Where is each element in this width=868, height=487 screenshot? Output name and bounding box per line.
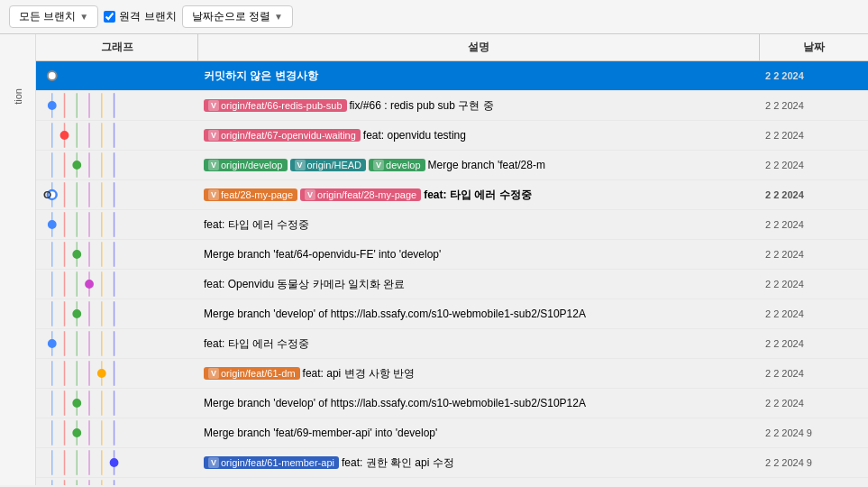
graph-cell [36, 418, 198, 447]
commit-date: 2 2 2024 [760, 187, 868, 203]
remote-branch-checkbox[interactable] [104, 11, 115, 23]
table-row[interactable]: feat: 타입 에러 수정중2 2 2024 [36, 210, 868, 240]
branch-tag: Vorigin/feat/61-dm [204, 367, 300, 380]
branch-tag: Vdevelop [369, 159, 425, 171]
desc-cell: feat: 타입 에러 수정중 [198, 215, 760, 235]
branch-tag: Vorigin/feat/61-member-api [204, 456, 339, 469]
svg-point-0 [48, 71, 57, 80]
branch-tag-label: origin/feat/67-openvidu-waiting [221, 130, 356, 141]
table-row[interactable]: feat: 타입 에러 수정중2 2 2024 [36, 329, 868, 359]
branch-tag: Vorigin/feat/67-openvidu-waiting [204, 129, 361, 142]
desc-cell: Vfeat/28-my-pageVorigin/feat/28-my-pagef… [198, 185, 760, 206]
branch-tag-label: origin/HEAD [307, 160, 362, 170]
sort-btn[interactable]: 날짜순으로 정렬 ▼ [182, 5, 293, 28]
svg-point-36 [49, 221, 56, 228]
col-graph: 그래프 [36, 34, 198, 60]
remote-branch-label: 원격 브랜치 [119, 9, 176, 24]
svg-point-21 [73, 161, 80, 169]
graph-cell [36, 478, 198, 485]
table-row[interactable]: Merge branch 'feat/69-member-api' into '… [36, 418, 868, 448]
table-row[interactable]: Merge branch 'develop' of https://lab.ss… [36, 389, 868, 418]
table-row[interactable]: 커밋하지 않은 변경사항2 2 2024 [36, 61, 868, 91]
toolbar: 모든 브랜치 ▼ 원격 브랜치 날짜순으로 정렬 ▼ [0, 0, 868, 34]
left-panel: tion [0, 34, 36, 485]
svg-point-78 [73, 400, 80, 407]
desc-cell: Merge branch 'feat/69-member-api' into '… [198, 424, 760, 442]
commit-date: 2 2 2024 [760, 276, 868, 292]
main-container: tion 그래프 설명 날짜 커밋하지 않은 변경사항2 2 2024Vorig… [0, 34, 868, 485]
branch-tag-label: origin/develop [221, 160, 283, 170]
graph-cell [36, 240, 198, 269]
svg-point-71 [98, 370, 105, 377]
svg-point-50 [86, 280, 93, 288]
desc-cell: Vorigin/feat/67-openvidu-waitingfeat: op… [198, 126, 760, 144]
branch-filter-label: 모든 브랜치 [19, 9, 76, 24]
table-row[interactable]: Update README.md2 2 2024 9 [36, 478, 868, 485]
desc-cell: feat: 타입 에러 수정중 [198, 334, 760, 354]
commit-date: 2 2 2024 [760, 306, 868, 322]
desc-cell: Vorigin/developVorigin/HEADVdevelopMerge… [198, 156, 760, 174]
desc-cell: Merge branch 'feat/64-openvidu-FE' into … [198, 245, 760, 263]
table-row[interactable]: Merge branch 'feat/64-openvidu-FE' into … [36, 240, 868, 270]
graph-cell [36, 61, 198, 90]
svg-point-7 [49, 102, 56, 109]
table-row[interactable]: feat: Openvidu 동물상 카메라 일치화 완료2 2 2024 [36, 270, 868, 299]
commit-date: 2 2 2024 [760, 157, 868, 173]
desc-cell: Vorigin/feat/61-dmfeat: api 변경 사항 반영 [198, 363, 760, 384]
sort-label: 날짜순으로 정렬 [192, 9, 270, 24]
branch-tag-icon: V [208, 100, 219, 111]
branch-tag-label: origin/feat/61-dm [221, 368, 296, 379]
table-row[interactable]: Vorigin/feat/67-openvidu-waitingfeat: op… [36, 121, 868, 151]
chevron-down-icon-sort: ▼ [274, 12, 283, 22]
commit-description: Merge branch 'develop' of https://lab.ss… [204, 397, 586, 409]
col-date: 날짜 [760, 34, 868, 60]
table-row[interactable]: Vorigin/feat/61-member-apifeat: 권한 확인 ap… [36, 448, 868, 478]
svg-point-57 [73, 310, 80, 317]
branch-tag: Vorigin/feat/28-my-page [300, 188, 421, 201]
commit-description: feat: Openvidu 동물상 카메라 일치화 완료 [204, 277, 405, 292]
desc-cell: Update README.md [198, 483, 760, 485]
branch-tag-icon: V [295, 160, 306, 170]
commit-description: Merge branch 'feat/28-m [428, 159, 545, 171]
graph-cell [36, 299, 198, 328]
branch-tag-icon: V [208, 189, 219, 200]
graph-cell [36, 329, 198, 358]
commit-description: feat: 권한 확인 api 수정 [342, 455, 454, 471]
table-row[interactable]: Vorigin/developVorigin/HEADVdevelopMerge… [36, 151, 868, 180]
table-row[interactable]: Vorigin/feat/66-redis-pub-subfix/#66 : r… [36, 91, 868, 121]
commit-description: Merge branch 'develop' of https://lab.ss… [204, 308, 586, 320]
left-panel-text: tion [13, 88, 23, 105]
branch-tag-icon: V [208, 457, 219, 468]
graph-cell [36, 270, 198, 299]
table-row[interactable]: Merge branch 'develop' of https://lab.ss… [36, 299, 868, 329]
commit-date: 2 2 2024 [760, 365, 868, 381]
branch-filter-btn[interactable]: 모든 브랜치 ▼ [9, 5, 98, 28]
branch-tag-icon: V [208, 368, 219, 379]
desc-cell: Merge branch 'develop' of https://lab.ss… [198, 305, 760, 323]
svg-point-64 [49, 340, 56, 347]
commit-date: 2 2 2024 [760, 127, 868, 143]
branch-tag-icon: V [373, 160, 384, 170]
col-desc: 설명 [198, 34, 760, 60]
desc-cell: Vorigin/feat/66-redis-pub-subfix/#66 : r… [198, 96, 760, 116]
commit-date: 2 2 2024 [760, 68, 868, 84]
desc-cell: feat: Openvidu 동물상 카메라 일치화 완료 [198, 274, 760, 295]
svg-point-92 [111, 459, 118, 466]
table-row[interactable]: OVfeat/28-my-pageVorigin/feat/28-my-page… [36, 180, 868, 210]
commit-date: 2 2 2024 [760, 335, 868, 352]
branch-tag: Vfeat/28-my-page [204, 188, 297, 201]
commit-description: Merge branch 'feat/69-member-api' into '… [204, 427, 437, 439]
graph-cell [36, 389, 198, 418]
commit-description: 커밋하지 않은 변경사항 [204, 69, 318, 84]
commit-date: 2 2 2024 9 [760, 455, 868, 471]
desc-cell: Merge branch 'develop' of https://lab.ss… [198, 394, 760, 412]
branch-tag: Vorigin/develop [204, 159, 288, 171]
graph-cell [36, 91, 198, 120]
branch-tag-label: origin/feat/28-my-page [317, 189, 416, 200]
svg-point-43 [73, 251, 80, 258]
svg-text:O: O [43, 188, 51, 200]
graph-cell [36, 121, 198, 150]
commit-description: feat: api 변경 사항 반영 [303, 366, 416, 381]
graph-cell: O [36, 180, 198, 209]
table-row[interactable]: Vorigin/feat/61-dmfeat: api 변경 사항 반영2 2 … [36, 359, 868, 389]
